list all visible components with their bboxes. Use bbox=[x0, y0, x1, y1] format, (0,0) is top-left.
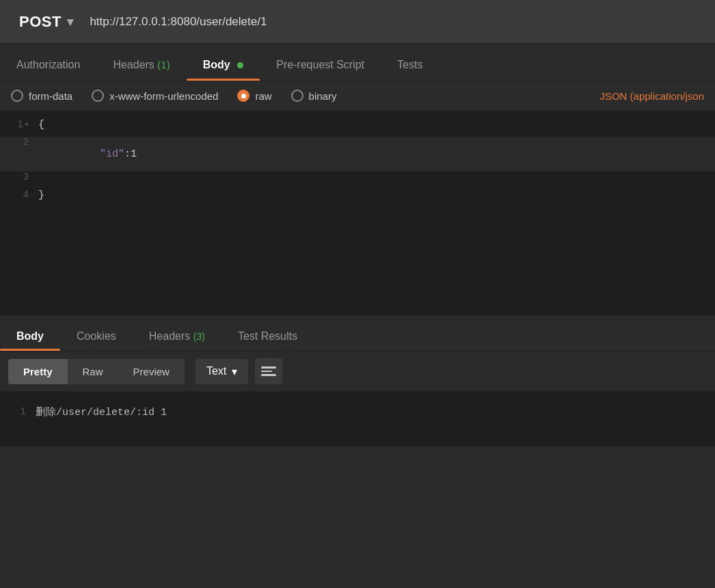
view-row: Pretty Raw Preview Text ▾ bbox=[0, 351, 715, 392]
code-line-4: 4 } bbox=[0, 189, 715, 207]
response-tabs: Body Cookies Headers (3) Test Results bbox=[0, 316, 715, 351]
resp-tab-body[interactable]: Body bbox=[0, 321, 60, 351]
line-number-2: 2 bbox=[23, 137, 29, 148]
radio-label-binary: binary bbox=[309, 90, 337, 102]
resp-line-text-1: 删除/user/delete/:id 1 bbox=[36, 405, 167, 418]
radio-raw[interactable]: raw bbox=[237, 90, 271, 102]
response-section: Body Cookies Headers (3) Test Results Pr… bbox=[0, 316, 715, 446]
tab-authorization[interactable]: Authorization bbox=[0, 48, 96, 81]
radio-circle-raw bbox=[237, 90, 249, 102]
tab-body-label: Body bbox=[203, 59, 230, 70]
tab-authorization-label: Authorization bbox=[16, 59, 80, 70]
resp-tab-headers-label: Headers bbox=[149, 330, 190, 342]
wrap-icon bbox=[261, 366, 276, 376]
url-input[interactable] bbox=[81, 10, 704, 34]
view-btn-group: Pretty Raw Preview bbox=[8, 359, 185, 384]
view-btn-raw[interactable]: Raw bbox=[68, 359, 118, 384]
tab-tests-label: Tests bbox=[397, 59, 422, 70]
tab-headers[interactable]: Headers (1) bbox=[96, 48, 186, 81]
tab-headers-label: Headers bbox=[113, 59, 154, 70]
code-line-1: 1 ▾ { bbox=[0, 119, 715, 137]
code-line-3: 3 bbox=[0, 172, 715, 189]
response-content: 1 删除/user/delete/:id 1 bbox=[0, 392, 715, 446]
tab-headers-badge: (1) bbox=[157, 59, 170, 70]
resp-tab-test-results-label: Test Results bbox=[238, 330, 297, 342]
body-type-row: form-data x-www-form-urlencoded raw bina… bbox=[0, 81, 715, 111]
view-btn-preview[interactable]: Preview bbox=[118, 359, 185, 384]
wrap-button[interactable] bbox=[255, 358, 282, 384]
line-num-2: 2 bbox=[0, 137, 36, 148]
tab-tests[interactable]: Tests bbox=[381, 48, 439, 81]
radio-urlencoded[interactable]: x-www-form-urlencoded bbox=[92, 90, 218, 102]
tab-body[interactable]: Body bbox=[187, 48, 260, 81]
radio-circle-form-data bbox=[11, 90, 23, 102]
line-number-4: 4 bbox=[23, 189, 29, 200]
radio-label-form-data: form-data bbox=[29, 90, 72, 102]
line-1-content: { bbox=[36, 119, 715, 131]
resp-line-num-1: 1 bbox=[0, 406, 36, 417]
response-line-1: 1 删除/user/delete/:id 1 bbox=[0, 403, 715, 420]
view-btn-pretty[interactable]: Pretty bbox=[8, 359, 68, 384]
code-line-2: 2 "id":1 bbox=[0, 137, 715, 172]
url-bar: POST ▾ bbox=[0, 0, 715, 44]
radio-binary[interactable]: binary bbox=[291, 90, 337, 102]
line-num-4: 4 bbox=[0, 189, 36, 200]
method-button[interactable]: POST ▾ bbox=[11, 8, 81, 36]
radio-circle-urlencoded bbox=[92, 90, 104, 102]
resp-tab-headers[interactable]: Headers (3) bbox=[133, 321, 221, 351]
tab-prerequest[interactable]: Pre-request Script bbox=[260, 48, 381, 81]
resp-tab-test-results[interactable]: Test Results bbox=[221, 321, 314, 351]
line-number-1: 1 bbox=[18, 119, 23, 130]
line-arrow-1: ▾ bbox=[25, 120, 29, 129]
resp-tab-cookies-label: Cookies bbox=[77, 330, 116, 342]
tab-prerequest-label: Pre-request Script bbox=[276, 59, 364, 70]
radio-form-data[interactable]: form-data bbox=[11, 90, 72, 102]
line-2-content: "id":1 bbox=[36, 137, 715, 172]
code-editor[interactable]: 1 ▾ { 2 "id":1 3 4 } bbox=[0, 111, 715, 316]
request-tabs: Authorization Headers (1) Body Pre-reque… bbox=[0, 44, 715, 81]
text-dropdown-chevron: ▾ bbox=[232, 365, 237, 378]
radio-label-urlencoded: x-www-form-urlencoded bbox=[109, 90, 218, 102]
radio-label-raw: raw bbox=[255, 90, 271, 102]
body-active-dot bbox=[237, 62, 243, 68]
line-num-1: 1 ▾ bbox=[0, 119, 36, 130]
line-num-3: 3 bbox=[0, 172, 36, 183]
line-4-content: } bbox=[36, 189, 715, 201]
text-dropdown-button[interactable]: Text ▾ bbox=[195, 359, 248, 384]
line-number-3: 3 bbox=[23, 172, 29, 183]
json-type-label[interactable]: JSON (application/json bbox=[599, 90, 704, 102]
radio-circle-binary bbox=[291, 90, 303, 102]
text-dropdown-label: Text bbox=[206, 365, 226, 377]
resp-tab-body-label: Body bbox=[16, 330, 44, 342]
resp-tab-headers-badge: (3) bbox=[193, 331, 205, 342]
resp-tab-cookies[interactable]: Cookies bbox=[60, 321, 133, 351]
method-chevron: ▾ bbox=[67, 14, 74, 29]
method-label: POST bbox=[19, 13, 62, 31]
